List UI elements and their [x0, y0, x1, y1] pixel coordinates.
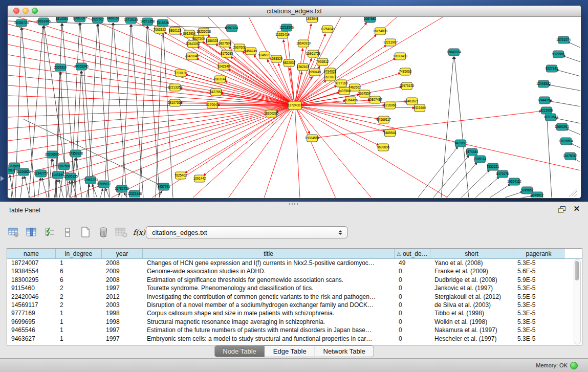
column-header-short[interactable]: short — [430, 249, 513, 258]
edge[interactable] — [555, 118, 580, 123]
graph-node[interactable]: 8454749 — [245, 48, 257, 55]
graph-node[interactable]: 15692951 — [555, 123, 570, 130]
graph-node[interactable]: 7625402 — [175, 172, 187, 179]
graph-node[interactable]: 9245012 — [531, 192, 544, 198]
graph-node[interactable]: 1691442 — [193, 175, 206, 182]
edge[interactable] — [72, 181, 77, 198]
graph-node[interactable]: 18300295 — [264, 110, 279, 117]
table-row[interactable]: 1872400712008Changes of HCN gene express… — [7, 259, 582, 267]
edge[interactable] — [295, 105, 415, 108]
graph-node[interactable]: 4170041 — [206, 101, 219, 108]
edge[interactable] — [163, 28, 173, 198]
graph-node[interactable]: 9329966 — [552, 51, 565, 58]
edge[interactable] — [20, 177, 23, 198]
graph-node[interactable]: 1362615 — [297, 63, 310, 71]
graph-node[interactable]: 1588520 — [270, 55, 283, 62]
edge[interactable] — [148, 26, 160, 198]
graph-node[interactable]: 9699695 — [377, 144, 390, 151]
graph-node[interactable]: 7485063 — [399, 68, 412, 75]
graph-node[interactable]: 11675312 — [563, 152, 577, 160]
scrollbar-thumb[interactable] — [575, 261, 579, 280]
edge[interactable] — [446, 163, 477, 198]
graph-node[interactable]: 2935114 — [474, 156, 487, 163]
trash-icon[interactable] — [97, 226, 110, 239]
column-header-out_de[interactable]: △out_de… — [395, 249, 430, 258]
graph-node[interactable]: 17016504 — [559, 138, 574, 145]
graph-node[interactable]: 9242848 — [217, 63, 230, 70]
graph-node[interactable]: 16961758 — [306, 50, 321, 57]
graph-node[interactable]: 9146821 — [258, 52, 271, 59]
graph-node[interactable]: 20053346 — [74, 63, 89, 70]
graph-node[interactable]: 2087682 — [364, 17, 377, 23]
graph-node[interactable]: 9115460 — [413, 104, 426, 112]
graph-node[interactable]: 12505135 — [63, 173, 78, 180]
graph-node[interactable]: 12093832 — [536, 80, 551, 87]
graph-node[interactable]: 8215958 — [540, 107, 553, 114]
edge[interactable] — [204, 105, 295, 176]
graph-node[interactable]: 8186328 — [206, 37, 219, 45]
graph-node[interactable]: 9827508 — [219, 40, 232, 47]
edge[interactable] — [295, 49, 303, 105]
panel-resize-grip[interactable] — [289, 203, 298, 205]
graph-node[interactable]: 7663822 — [154, 26, 166, 33]
graph-node[interactable]: 12323448 — [127, 190, 142, 198]
graph-node[interactable]: 11325419 — [275, 31, 290, 38]
graph-node[interactable]: 10543392 — [186, 40, 201, 48]
edge[interactable] — [185, 105, 295, 173]
edge[interactable] — [549, 101, 580, 106]
edge[interactable] — [8, 105, 295, 153]
edge[interactable] — [568, 42, 580, 48]
graph-node[interactable]: 9175685 — [221, 50, 233, 57]
rows-icon[interactable] — [61, 226, 74, 239]
graph-node[interactable]: 20206576 — [45, 151, 60, 158]
tab-node-table[interactable]: Node Table — [214, 346, 265, 357]
edge[interactable] — [518, 196, 533, 198]
graph-node[interactable]: 10995817 — [97, 181, 112, 188]
edge[interactable] — [88, 24, 98, 198]
graph-node[interactable]: 9474444 — [466, 148, 478, 156]
graph-node[interactable]: 11254049 — [320, 26, 335, 33]
graph-node[interactable]: 8813054 — [56, 17, 69, 23]
graph-node[interactable]: 6466160 — [107, 17, 120, 22]
graph-node[interactable]: 1527602 — [92, 17, 104, 23]
graph-node[interactable]: 10653287 — [73, 17, 88, 22]
graph-node[interactable]: 12444154 — [537, 97, 552, 104]
new-document-icon[interactable] — [79, 226, 92, 239]
graph-node[interactable]: 15751074 — [556, 36, 571, 43]
graph-node[interactable]: 2718120 — [175, 70, 187, 77]
graph-node[interactable]: 14569117 — [377, 116, 391, 123]
edge[interactable] — [295, 100, 370, 105]
graph-node[interactable]: 16782759 — [115, 185, 129, 192]
edge[interactable] — [562, 56, 580, 62]
column-select-icon[interactable] — [25, 226, 38, 239]
edge[interactable] — [8, 105, 295, 117]
edge[interactable] — [104, 23, 113, 198]
graph-node[interactable]: 9465546 — [384, 129, 397, 137]
graph-node[interactable]: 6216060 — [384, 102, 397, 109]
graph-node[interactable]: 12218506 — [279, 24, 294, 31]
table-row[interactable]: 911546021997Tourette syndrome. Phenomeno… — [7, 284, 582, 292]
graph-node[interactable]: 16648784 — [447, 49, 462, 56]
edge[interactable] — [433, 156, 469, 198]
graph-node[interactable]: 9245652 — [521, 187, 534, 194]
graph-node[interactable]: 9822037 — [283, 59, 296, 67]
graph-node[interactable]: 9457791 — [158, 183, 170, 190]
graph-node[interactable]: 18226058 — [197, 28, 211, 35]
table-row[interactable]: 1456911722003Disruption of a novel membe… — [7, 301, 582, 309]
graph-node[interactable]: 9479197 — [454, 140, 467, 147]
table-row[interactable]: 946554611997Estimation of the future num… — [7, 326, 582, 334]
graph-node[interactable]: 12213967 — [383, 39, 398, 46]
graph-node[interactable]: 14671358 — [140, 18, 155, 25]
table-row[interactable]: 2242004622012Investigating the contribut… — [7, 293, 582, 301]
graph-node[interactable]: 16210643 — [543, 114, 558, 121]
column-header-name[interactable]: name — [7, 249, 56, 258]
edge[interactable] — [295, 105, 379, 119]
edge[interactable] — [98, 24, 110, 198]
edge[interactable] — [92, 184, 97, 198]
edge[interactable] — [489, 184, 510, 198]
edge[interactable] — [42, 178, 47, 198]
close-panel-icon[interactable]: ✕ — [573, 205, 580, 212]
column-header-pagerank[interactable]: pagerank — [513, 249, 564, 258]
table-row[interactable]: 946362711997Embryonic stem cells: a mode… — [7, 335, 582, 343]
graph-node[interactable]: 3624554 — [358, 90, 371, 97]
